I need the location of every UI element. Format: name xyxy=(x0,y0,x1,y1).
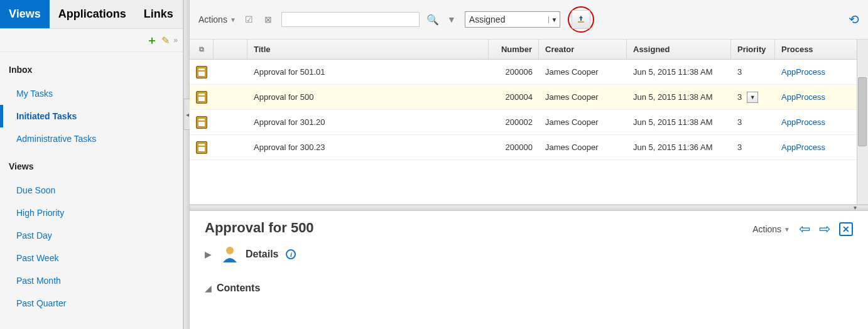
app-root: Views Applications Links ＋ ✎ » Inbox My … xyxy=(0,0,868,329)
tab-applications[interactable]: Applications xyxy=(50,0,135,28)
table-row[interactable]: Approval for 501.01200006James CooperJun… xyxy=(190,60,868,85)
search-input[interactable] xyxy=(281,12,420,27)
chevron-down-icon: ▼ xyxy=(548,16,560,23)
contents-section-header[interactable]: ◢ Contents xyxy=(205,283,853,294)
contents-label: Contents xyxy=(217,283,260,294)
number-cell: 200006 xyxy=(489,62,539,82)
prev-arrow-icon[interactable]: ⇦ xyxy=(799,221,810,237)
clipboard-icon xyxy=(196,91,207,104)
collapse-down-icon[interactable]: ▾ xyxy=(854,204,857,211)
assigned-cell: Jun 5, 2015 11:38 AM xyxy=(627,87,731,107)
search-icon[interactable]: 🔍 xyxy=(427,14,438,25)
chevron-down-icon: ▼ xyxy=(230,16,236,23)
assigned-cell: Jun 5, 2015 11:38 AM xyxy=(627,62,731,82)
table-row[interactable]: Approval for 301.20200002James CooperJun… xyxy=(190,110,868,135)
detail-panel: Approval for 500 Actions ▼ ⇦ ⇨ ✕ ▶ xyxy=(190,211,868,329)
process-link[interactable]: AppProcess xyxy=(775,87,868,107)
creator-cell: James Cooper xyxy=(539,62,627,82)
clear-icon[interactable]: ⊠ xyxy=(263,14,274,25)
state-filter-select[interactable]: Assigned ▼ xyxy=(465,11,560,28)
sidebar-item-due-soon[interactable]: Due Soon xyxy=(9,179,176,202)
col-number[interactable]: Number xyxy=(489,40,539,59)
chevron-down-icon: ▼ xyxy=(784,226,790,233)
spacer-cell xyxy=(214,92,247,102)
sidebar-content: Inbox My Tasks Initiated Tasks Administr… xyxy=(0,52,183,321)
creator-cell: James Cooper xyxy=(539,138,627,157)
next-arrow-icon[interactable]: ⇨ xyxy=(819,221,830,237)
clipboard-icon xyxy=(196,116,207,129)
state-filter-value: Assigned xyxy=(465,12,548,27)
spacer-cell xyxy=(214,117,247,127)
priority-cell: 3 xyxy=(731,62,775,82)
upload-icon xyxy=(576,14,586,24)
info-icon[interactable]: i xyxy=(286,249,296,259)
sidebar-item-my-tasks[interactable]: My Tasks xyxy=(9,82,176,105)
vertical-scrollbar[interactable] xyxy=(857,40,868,204)
process-link[interactable]: AppProcess xyxy=(775,138,868,157)
detail-actions-menu[interactable]: Actions ▼ xyxy=(752,224,790,234)
highlight-circle xyxy=(568,6,594,33)
priority-cell: 3▼ xyxy=(731,87,775,108)
title-cell: Approval for 301.20 xyxy=(247,112,489,132)
tab-links[interactable]: Links xyxy=(135,0,182,28)
add-icon[interactable]: ＋ xyxy=(146,33,158,48)
search-options-icon[interactable]: ▼ xyxy=(446,14,457,25)
clipboard-icon xyxy=(196,141,207,154)
sidebar-item-past-week[interactable]: Past Week xyxy=(9,247,176,269)
spacer-cell xyxy=(214,67,247,77)
vertical-splitter[interactable]: ◂ xyxy=(183,0,190,329)
edit-icon[interactable]: ✎ xyxy=(161,35,170,46)
number-cell: 200002 xyxy=(489,112,539,132)
svg-rect-0 xyxy=(578,21,584,23)
table-row[interactable]: Approval for 500200004James CooperJun 5,… xyxy=(190,85,868,110)
col-title[interactable]: Title xyxy=(247,40,489,59)
title-cell: Approval for 500 xyxy=(247,87,489,107)
scrollbar-thumb[interactable] xyxy=(858,77,867,146)
sidebar-item-past-month[interactable]: Past Month xyxy=(9,269,176,292)
actions-menu[interactable]: Actions ▼ xyxy=(198,14,236,24)
inbox-heading: Inbox xyxy=(9,65,176,75)
priority-cell: 3 xyxy=(731,138,775,157)
col-creator[interactable]: Creator xyxy=(539,40,627,59)
main-toolbar: Actions ▼ ☑ ⊠ 🔍 ▼ Assigned ▼ ⟲ xyxy=(190,0,868,39)
tasks-table: ⧉ Title Number Creator Assigned Priority… xyxy=(190,39,868,205)
table-body: Approval for 501.01200006James CooperJun… xyxy=(190,60,868,204)
horizontal-splitter[interactable]: ▾ xyxy=(190,205,868,211)
priority-cell: 3 xyxy=(731,112,775,132)
table-row[interactable]: Approval for 300.23200000James CooperJun… xyxy=(190,135,868,160)
expand-icon[interactable]: » xyxy=(173,36,178,45)
disclose-right-icon: ▶ xyxy=(205,249,212,259)
creator-cell: James Cooper xyxy=(539,112,627,132)
details-label: Details xyxy=(246,249,278,260)
sidebar-item-initiated-tasks[interactable]: Initiated Tasks xyxy=(0,105,176,127)
sidebar-item-high-priority[interactable]: High Priority xyxy=(9,202,176,224)
spacer-cell xyxy=(214,143,247,153)
details-section-header[interactable]: ▶ Details i xyxy=(205,245,853,264)
process-link[interactable]: AppProcess xyxy=(775,62,868,82)
title-cell: Approval for 300.23 xyxy=(247,138,489,157)
creator-cell: James Cooper xyxy=(539,87,627,107)
sidebar-item-administrative-tasks[interactable]: Administrative Tasks xyxy=(9,127,176,150)
col-assigned[interactable]: Assigned xyxy=(627,40,731,59)
disclose-down-icon: ◢ xyxy=(205,283,212,293)
actions-label: Actions xyxy=(198,14,227,24)
title-cell: Approval for 501.01 xyxy=(247,62,489,82)
task-icon-cell xyxy=(190,111,214,134)
close-detail-icon[interactable]: ✕ xyxy=(839,222,853,236)
process-link[interactable]: AppProcess xyxy=(775,112,868,132)
col-process[interactable]: Process xyxy=(775,40,868,59)
detail-actions-label: Actions xyxy=(752,224,781,234)
col-select[interactable]: ⧉ xyxy=(190,40,214,59)
export-button[interactable] xyxy=(572,10,590,29)
clipboard-icon xyxy=(196,66,207,78)
priority-dropdown-icon[interactable]: ▼ xyxy=(747,92,758,103)
col-priority[interactable]: Priority xyxy=(731,40,775,59)
task-icon-cell xyxy=(190,136,214,159)
col-spacer xyxy=(214,40,247,59)
sidebar-item-past-day[interactable]: Past Day xyxy=(9,224,176,247)
checkbox-icon[interactable]: ☑ xyxy=(244,14,255,25)
sidebar-item-past-quarter[interactable]: Past Quarter xyxy=(9,292,176,315)
sidebar: Views Applications Links ＋ ✎ » Inbox My … xyxy=(0,0,183,329)
refresh-icon[interactable]: ⟲ xyxy=(849,12,859,27)
tab-views[interactable]: Views xyxy=(0,0,50,28)
